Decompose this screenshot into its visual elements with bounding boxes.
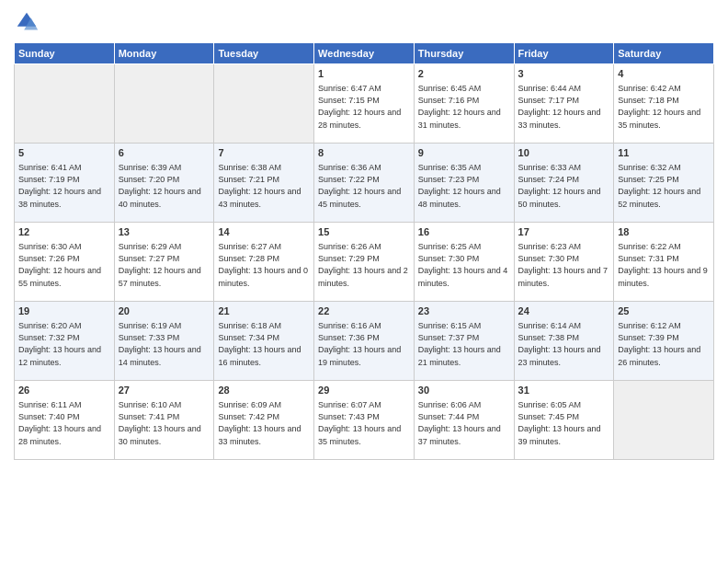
day-number: 6 bbox=[119, 146, 210, 160]
calendar-cell: 1Sunrise: 6:47 AM Sunset: 7:15 PM Daylig… bbox=[314, 64, 415, 144]
day-info: Sunrise: 6:07 AM Sunset: 7:43 PM Dayligh… bbox=[318, 399, 410, 447]
calendar-cell: 9Sunrise: 6:35 AM Sunset: 7:23 PM Daylig… bbox=[414, 144, 514, 223]
day-info: Sunrise: 6:30 AM Sunset: 7:26 PM Dayligh… bbox=[18, 241, 110, 289]
weekday-thursday: Thursday bbox=[414, 43, 514, 64]
calendar-cell: 24Sunrise: 6:14 AM Sunset: 7:38 PM Dayli… bbox=[514, 302, 614, 381]
day-number: 1 bbox=[318, 67, 410, 81]
day-number: 31 bbox=[518, 384, 610, 397]
calendar-cell: 21Sunrise: 6:18 AM Sunset: 7:34 PM Dayli… bbox=[214, 302, 314, 381]
calendar-cell: 16Sunrise: 6:25 AM Sunset: 7:30 PM Dayli… bbox=[414, 223, 514, 302]
day-info: Sunrise: 6:23 AM Sunset: 7:30 PM Dayligh… bbox=[518, 241, 610, 289]
weekday-saturday: Saturday bbox=[614, 43, 714, 64]
calendar-cell: 20Sunrise: 6:19 AM Sunset: 7:33 PM Dayli… bbox=[114, 302, 214, 381]
day-info: Sunrise: 6:10 AM Sunset: 7:41 PM Dayligh… bbox=[119, 399, 210, 447]
day-info: Sunrise: 6:41 AM Sunset: 7:19 PM Dayligh… bbox=[18, 162, 110, 210]
day-info: Sunrise: 6:05 AM Sunset: 7:45 PM Dayligh… bbox=[518, 399, 610, 447]
day-number: 3 bbox=[518, 67, 610, 81]
day-number: 5 bbox=[18, 146, 110, 160]
day-number: 27 bbox=[119, 384, 210, 397]
day-info: Sunrise: 6:39 AM Sunset: 7:20 PM Dayligh… bbox=[119, 162, 210, 210]
calendar-cell bbox=[114, 64, 214, 144]
calendar-cell: 31Sunrise: 6:05 AM Sunset: 7:45 PM Dayli… bbox=[514, 381, 614, 460]
calendar-cell: 2Sunrise: 6:45 AM Sunset: 7:16 PM Daylig… bbox=[414, 64, 514, 144]
day-info: Sunrise: 6:45 AM Sunset: 7:16 PM Dayligh… bbox=[418, 83, 510, 131]
calendar-cell: 30Sunrise: 6:06 AM Sunset: 7:44 PM Dayli… bbox=[414, 381, 514, 460]
day-info: Sunrise: 6:19 AM Sunset: 7:33 PM Dayligh… bbox=[119, 320, 210, 368]
day-number: 14 bbox=[218, 225, 310, 239]
day-number: 10 bbox=[518, 146, 610, 160]
calendar-cell: 6Sunrise: 6:39 AM Sunset: 7:20 PM Daylig… bbox=[114, 144, 214, 223]
calendar-cell: 15Sunrise: 6:26 AM Sunset: 7:29 PM Dayli… bbox=[314, 223, 415, 302]
day-info: Sunrise: 6:29 AM Sunset: 7:27 PM Dayligh… bbox=[119, 241, 210, 289]
day-number: 11 bbox=[618, 146, 710, 160]
day-info: Sunrise: 6:11 AM Sunset: 7:40 PM Dayligh… bbox=[18, 399, 110, 447]
calendar: SundayMondayTuesdayWednesdayThursdayFrid… bbox=[14, 42, 714, 460]
calendar-cell: 14Sunrise: 6:27 AM Sunset: 7:28 PM Dayli… bbox=[214, 223, 314, 302]
calendar-cell: 23Sunrise: 6:15 AM Sunset: 7:37 PM Dayli… bbox=[414, 302, 514, 381]
calendar-cell: 12Sunrise: 6:30 AM Sunset: 7:26 PM Dayli… bbox=[15, 223, 115, 302]
day-info: Sunrise: 6:35 AM Sunset: 7:23 PM Dayligh… bbox=[418, 162, 510, 210]
calendar-week-5: 26Sunrise: 6:11 AM Sunset: 7:40 PM Dayli… bbox=[15, 381, 714, 460]
calendar-cell: 5Sunrise: 6:41 AM Sunset: 7:19 PM Daylig… bbox=[15, 144, 115, 223]
weekday-friday: Friday bbox=[514, 43, 614, 64]
day-number: 18 bbox=[618, 225, 710, 239]
calendar-cell: 11Sunrise: 6:32 AM Sunset: 7:25 PM Dayli… bbox=[614, 144, 714, 223]
page: SundayMondayTuesdayWednesdayThursdayFrid… bbox=[0, 0, 728, 563]
calendar-cell: 3Sunrise: 6:44 AM Sunset: 7:17 PM Daylig… bbox=[514, 64, 614, 144]
calendar-cell: 13Sunrise: 6:29 AM Sunset: 7:27 PM Dayli… bbox=[114, 223, 214, 302]
day-number: 17 bbox=[518, 225, 610, 239]
day-number: 8 bbox=[318, 146, 410, 160]
day-info: Sunrise: 6:42 AM Sunset: 7:18 PM Dayligh… bbox=[618, 83, 710, 131]
day-info: Sunrise: 6:36 AM Sunset: 7:22 PM Dayligh… bbox=[318, 162, 410, 210]
day-info: Sunrise: 6:27 AM Sunset: 7:28 PM Dayligh… bbox=[218, 241, 310, 289]
calendar-cell bbox=[15, 64, 115, 144]
day-number: 29 bbox=[318, 384, 410, 397]
calendar-cell: 26Sunrise: 6:11 AM Sunset: 7:40 PM Dayli… bbox=[15, 381, 115, 460]
calendar-week-1: 1Sunrise: 6:47 AM Sunset: 7:15 PM Daylig… bbox=[15, 64, 714, 144]
calendar-cell: 8Sunrise: 6:36 AM Sunset: 7:22 PM Daylig… bbox=[314, 144, 415, 223]
day-info: Sunrise: 6:26 AM Sunset: 7:29 PM Dayligh… bbox=[318, 241, 410, 289]
day-info: Sunrise: 6:33 AM Sunset: 7:24 PM Dayligh… bbox=[518, 162, 610, 210]
day-number: 21 bbox=[218, 304, 310, 318]
calendar-week-3: 12Sunrise: 6:30 AM Sunset: 7:26 PM Dayli… bbox=[15, 223, 714, 302]
weekday-wednesday: Wednesday bbox=[314, 43, 415, 64]
calendar-cell: 22Sunrise: 6:16 AM Sunset: 7:36 PM Dayli… bbox=[314, 302, 415, 381]
calendar-cell bbox=[614, 381, 714, 460]
day-info: Sunrise: 6:44 AM Sunset: 7:17 PM Dayligh… bbox=[518, 83, 610, 131]
calendar-cell bbox=[214, 64, 314, 144]
calendar-cell: 18Sunrise: 6:22 AM Sunset: 7:31 PM Dayli… bbox=[614, 223, 714, 302]
day-info: Sunrise: 6:47 AM Sunset: 7:15 PM Dayligh… bbox=[318, 83, 410, 131]
day-info: Sunrise: 6:14 AM Sunset: 7:38 PM Dayligh… bbox=[518, 320, 610, 368]
calendar-cell: 25Sunrise: 6:12 AM Sunset: 7:39 PM Dayli… bbox=[614, 302, 714, 381]
day-info: Sunrise: 6:25 AM Sunset: 7:30 PM Dayligh… bbox=[418, 241, 510, 289]
day-number: 15 bbox=[318, 225, 410, 239]
day-number: 24 bbox=[518, 304, 610, 318]
day-info: Sunrise: 6:32 AM Sunset: 7:25 PM Dayligh… bbox=[618, 162, 710, 210]
day-number: 20 bbox=[119, 304, 210, 318]
calendar-cell: 7Sunrise: 6:38 AM Sunset: 7:21 PM Daylig… bbox=[214, 144, 314, 223]
day-number: 28 bbox=[218, 384, 310, 397]
calendar-cell: 19Sunrise: 6:20 AM Sunset: 7:32 PM Dayli… bbox=[15, 302, 115, 381]
weekday-sunday: Sunday bbox=[15, 43, 115, 64]
day-info: Sunrise: 6:38 AM Sunset: 7:21 PM Dayligh… bbox=[218, 162, 310, 210]
day-number: 19 bbox=[18, 304, 110, 318]
day-number: 25 bbox=[618, 304, 710, 318]
day-number: 22 bbox=[318, 304, 410, 318]
day-number: 9 bbox=[418, 146, 510, 160]
logo bbox=[14, 9, 43, 35]
weekday-header-row: SundayMondayTuesdayWednesdayThursdayFrid… bbox=[15, 43, 714, 64]
day-info: Sunrise: 6:20 AM Sunset: 7:32 PM Dayligh… bbox=[18, 320, 110, 368]
logo-icon bbox=[14, 9, 40, 35]
day-info: Sunrise: 6:09 AM Sunset: 7:42 PM Dayligh… bbox=[218, 399, 310, 447]
day-number: 30 bbox=[418, 384, 510, 397]
calendar-cell: 29Sunrise: 6:07 AM Sunset: 7:43 PM Dayli… bbox=[314, 381, 415, 460]
calendar-cell: 10Sunrise: 6:33 AM Sunset: 7:24 PM Dayli… bbox=[514, 144, 614, 223]
day-info: Sunrise: 6:16 AM Sunset: 7:36 PM Dayligh… bbox=[318, 320, 410, 368]
day-number: 13 bbox=[119, 225, 210, 239]
day-number: 2 bbox=[418, 67, 510, 81]
calendar-cell: 17Sunrise: 6:23 AM Sunset: 7:30 PM Dayli… bbox=[514, 223, 614, 302]
calendar-cell: 27Sunrise: 6:10 AM Sunset: 7:41 PM Dayli… bbox=[114, 381, 214, 460]
calendar-cell: 4Sunrise: 6:42 AM Sunset: 7:18 PM Daylig… bbox=[614, 64, 714, 144]
day-info: Sunrise: 6:06 AM Sunset: 7:44 PM Dayligh… bbox=[418, 399, 510, 447]
calendar-cell: 28Sunrise: 6:09 AM Sunset: 7:42 PM Dayli… bbox=[214, 381, 314, 460]
